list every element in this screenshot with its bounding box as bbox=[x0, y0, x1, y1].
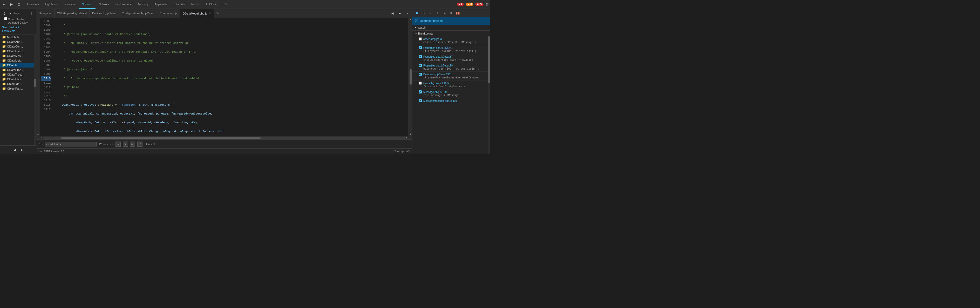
breakpoint-filename-6[interactable]: Message-dbg.js:129 bbox=[423, 91, 447, 94]
file-tab-5[interactable]: ODataModel-dbg.js ✕ bbox=[180, 9, 215, 18]
tab-elements[interactable]: Elements bbox=[24, 0, 42, 9]
breakpoint-filename-0[interactable]: assert-dbg.js:33 bbox=[423, 38, 442, 40]
sidebar-bottom-prev[interactable]: ◀ bbox=[11, 147, 18, 153]
sidebar-item-1[interactable]: 📁 ODataAnn... bbox=[0, 40, 36, 44]
other-badge[interactable]: ✖ 72 bbox=[475, 3, 484, 6]
sidebar-item-9[interactable]: 📁 ODataUtils... bbox=[0, 77, 36, 81]
breakpoints-scrollbar[interactable] bbox=[488, 36, 490, 154]
warning-badge[interactable]: ▲ 6 bbox=[466, 3, 473, 6]
tab-redux[interactable]: Redux bbox=[188, 0, 203, 9]
search-input[interactable] bbox=[45, 142, 97, 147]
match-case-button[interactable]: Aa bbox=[130, 142, 135, 147]
deactivate-breakpoints-button[interactable]: ● bbox=[448, 10, 454, 16]
tab-application[interactable]: Application bbox=[151, 0, 172, 9]
error-badge[interactable]: ✖ 2 bbox=[457, 3, 464, 6]
breakpoint-5[interactable]: Core-dbg.js?eval:1062 // select "our" st… bbox=[412, 80, 490, 89]
breakpoint-checkbox-3[interactable] bbox=[418, 64, 422, 67]
search-next-button[interactable]: ▼ bbox=[123, 142, 128, 147]
breakpoint-checkbox-0[interactable] bbox=[418, 37, 422, 40]
file-tab-4[interactable]: Component.js bbox=[157, 9, 180, 18]
code-content[interactable]: * * @return {sap.ui.model.odata.v2.Conte… bbox=[53, 18, 409, 136]
sidebar-nav-forward[interactable]: ❯ bbox=[8, 11, 13, 16]
sidebar-item-4[interactable]: 📁 ODataMes... bbox=[0, 54, 36, 58]
group-files-checkbox[interactable] bbox=[4, 17, 7, 20]
breakpoint-checkbox-4[interactable] bbox=[418, 73, 422, 76]
sidebar-item-2[interactable]: 📁 ODataCon... bbox=[0, 44, 36, 49]
tab-console[interactable]: Console bbox=[62, 0, 79, 9]
file-tab-0[interactable]: library.css bbox=[37, 9, 54, 18]
search-prev-button[interactable]: ▲ bbox=[116, 142, 121, 147]
step-out-button[interactable]: ↑ bbox=[435, 10, 441, 16]
breakpoint-6[interactable]: Message-dbg.js:129 this.message = sMessa… bbox=[412, 89, 490, 98]
tab-ui5[interactable]: UI5 bbox=[219, 0, 230, 9]
device-button[interactable]: ◻ bbox=[16, 1, 22, 8]
step-button[interactable]: ↴ bbox=[441, 10, 447, 16]
breakpoint-checkbox-5[interactable] bbox=[418, 81, 422, 85]
file-tab-3[interactable]: Configuration-dbg.js?eval bbox=[119, 9, 157, 18]
breakpoint-filename-5[interactable]: Core-dbg.js?eval:1062 bbox=[423, 82, 450, 85]
breakpoint-filename-7[interactable]: MessageManager-dbg.js:408 bbox=[423, 99, 457, 102]
sidebar-nav-back[interactable]: ❮ bbox=[2, 11, 7, 16]
tab-security[interactable]: Security bbox=[172, 0, 188, 9]
h-scrollbar-track[interactable] bbox=[43, 137, 406, 139]
breakpoints-section-header[interactable]: ▼ Breakpoints bbox=[412, 30, 490, 36]
sidebar-item-3[interactable]: 📁 ODataListE... bbox=[0, 49, 36, 54]
back-button[interactable]: ← bbox=[1, 1, 7, 8]
sidebar-bottom-next[interactable]: ▶ bbox=[19, 147, 25, 153]
h-scrollbar[interactable]: ◄ ► bbox=[37, 136, 412, 139]
h-scroll-left-btn[interactable]: ◄ bbox=[40, 137, 43, 139]
breakpoint-7[interactable]: MessageManager-dbg.js:408 bbox=[412, 98, 490, 104]
tab-action-right[interactable]: ▶ bbox=[396, 10, 403, 16]
file-tab-2[interactable]: Device-dbg.js?eval bbox=[89, 9, 119, 18]
pause-on-exceptions-button[interactable]: ▮▮ bbox=[455, 10, 461, 16]
tab-network[interactable]: Network bbox=[95, 0, 112, 9]
search-cancel-button[interactable]: Cancel bbox=[145, 142, 156, 146]
close-tab-icon[interactable]: ✕ bbox=[208, 12, 211, 15]
tab-action-left[interactable]: ◀ bbox=[389, 10, 396, 16]
sidebar-file-list: 📁 Model-db... 📁 ODataAnn... 📁 ODataCon..… bbox=[0, 35, 36, 145]
breakpoint-filename-2[interactable]: Properties-dbg.js?eval:87 bbox=[423, 55, 453, 58]
breakpoint-1[interactable]: Properties-dbg.js?eval:81 if (typeof (sV… bbox=[412, 45, 490, 54]
right-scroll-bar[interactable]: ▲ ▼ bbox=[409, 18, 412, 136]
breakpoint-checkbox-6[interactable] bbox=[418, 90, 422, 94]
breakpoint-3[interactable]: Properties-dbg.js?eval:98 oClone.mProper… bbox=[412, 63, 490, 72]
learn-more-link[interactable]: Learn More bbox=[2, 30, 15, 32]
step-over-button[interactable]: ↪ bbox=[421, 10, 427, 16]
file-tab-1[interactable]: XMLHelper-dbg.js?eval bbox=[54, 9, 89, 18]
breakpoint-checkbox-1[interactable] bbox=[418, 46, 422, 49]
sidebar-scrollbar[interactable] bbox=[34, 35, 36, 145]
step-into-button[interactable]: ↓ bbox=[428, 10, 434, 16]
resume-button[interactable]: ▶ bbox=[414, 10, 420, 16]
breakpoint-filename-3[interactable]: Properties-dbg.js?eval:98 bbox=[423, 64, 453, 67]
sidebar-item-5[interactable]: 📁 ODataMet... bbox=[0, 58, 36, 63]
settings-icon[interactable]: ⚙ bbox=[485, 2, 489, 6]
sidebar-item-8[interactable]: 📁 ODataTree... bbox=[0, 72, 36, 77]
left-scroll-arrow[interactable]: ▲ bbox=[37, 18, 40, 136]
tab-more-options[interactable]: » bbox=[404, 10, 410, 16]
watch-section-header[interactable]: ▶ Watch bbox=[412, 25, 490, 30]
inspect-button[interactable]: ▶ bbox=[8, 1, 14, 8]
sidebar-item-0[interactable]: 📁 Model-db... bbox=[0, 35, 36, 40]
tab-memory[interactable]: Memory bbox=[135, 0, 151, 9]
sidebar-item-10[interactable]: 📁 Object-db... bbox=[0, 81, 36, 86]
sidebar-more-button[interactable]: ⋮ bbox=[29, 11, 34, 16]
breakpoint-2[interactable]: Properties-dbg.js?eval:87 this.mProperti… bbox=[412, 54, 490, 63]
send-feedback-link[interactable]: Send feedback bbox=[2, 26, 19, 29]
breakpoint-4[interactable]: Device-dbg.js?eval:1361 if (!Device.medi… bbox=[412, 72, 490, 80]
breakpoint-filename-1[interactable]: Properties-dbg.js?eval:81 bbox=[423, 46, 453, 49]
tab-lighthouse[interactable]: Lighthouse bbox=[42, 0, 62, 9]
breakpoint-checkbox-7[interactable] bbox=[418, 99, 422, 102]
tab-sources[interactable]: Sources bbox=[79, 0, 95, 9]
tab-adblock[interactable]: AdBlock bbox=[203, 0, 219, 9]
sidebar-item-7[interactable]: 📁 ODataProp... bbox=[0, 67, 36, 72]
breakpoint-row-3: Properties-dbg.js?eval:98 bbox=[418, 64, 487, 67]
breakpoint-0[interactable]: assert-dbg.js:33 console.assert(bResult,… bbox=[412, 36, 490, 45]
breakpoint-checkbox-2[interactable] bbox=[418, 55, 422, 58]
breakpoint-filename-4[interactable]: Device-dbg.js?eval:1361 bbox=[423, 73, 452, 76]
regex-button[interactable]: .* bbox=[137, 142, 143, 147]
tabs-more-button[interactable]: » bbox=[214, 11, 221, 16]
sidebar-item-11[interactable]: 📁 ObjectPath... bbox=[0, 86, 36, 91]
sidebar-item-6[interactable]: 📁 ODataMo... bbox=[0, 63, 36, 67]
h-scroll-right-btn[interactable]: ► bbox=[406, 137, 408, 139]
tab-performance[interactable]: Performance bbox=[112, 0, 135, 9]
